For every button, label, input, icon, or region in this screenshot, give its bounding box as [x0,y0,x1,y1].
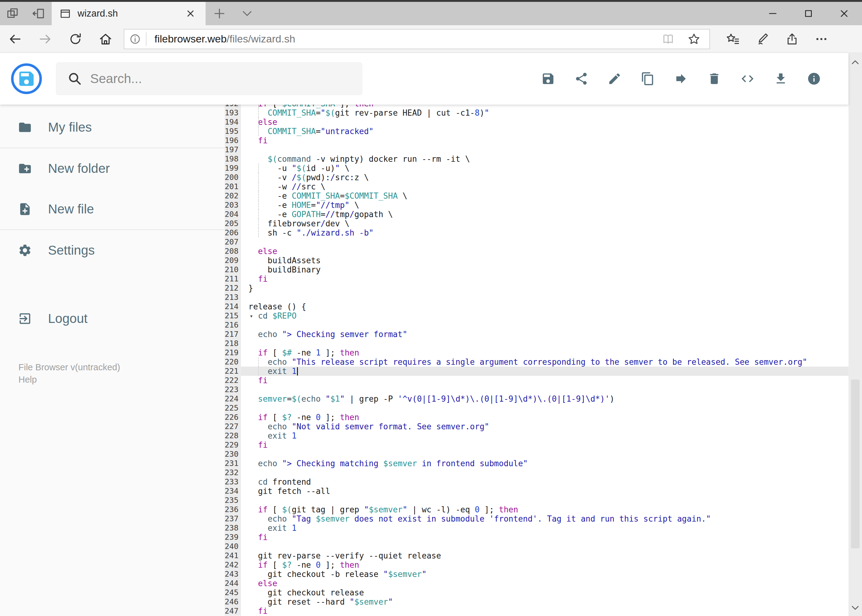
code-line[interactable]: 196 fi [225,136,848,145]
minimize-button[interactable] [755,2,791,25]
code-line[interactable]: 195 COMMIT_SHA="untracked" [225,127,848,136]
share-button[interactable] [565,72,598,86]
tab-dropdown-button[interactable] [233,2,261,25]
code-line[interactable]: 247 fi [225,607,848,616]
refresh-button[interactable] [60,32,90,46]
code-line[interactable]: 231 echo "> Checking matching $semver in… [225,459,848,468]
code-line[interactable]: 242 if [ $? -ne 0 ]; then [225,560,848,570]
code-line[interactable]: 218 [225,339,848,348]
code-line[interactable]: 219 if [ $# -ne 1 ]; then [225,348,848,357]
sidebar-item-new-file[interactable]: New file [0,189,225,229]
code-line[interactable]: 211 fi [225,274,848,284]
sidebar-item-new-folder[interactable]: New folder [0,148,225,189]
code-line[interactable]: 203 -e HOME="//tmp" \ [225,201,848,210]
code-line[interactable]: 240 [225,542,848,551]
help-link[interactable]: Help [19,373,225,386]
annotate-button[interactable] [747,32,777,46]
code-line[interactable]: 200 -v /$(pwd):/src:z \ [225,173,848,182]
code-line[interactable]: 194 else [225,118,848,127]
save-button[interactable] [531,72,565,86]
code-line[interactable]: 221 exit 1 [225,366,848,376]
code-editor[interactable]: 192 if [ $COMMIT_SHA ]; then193 COMMIT_S… [225,105,848,616]
download-button[interactable] [764,72,797,86]
code-button[interactable] [731,72,764,86]
forward-button[interactable] [30,32,60,46]
code-line[interactable]: 201 -w //src \ [225,182,848,191]
browser-tab[interactable]: wizard.sh [52,2,206,25]
tab-preview-button[interactable] [0,2,26,25]
code-line[interactable]: 192 if [ $COMMIT_SHA ]; then [225,105,848,108]
tab-close-button[interactable] [183,6,198,20]
code-line[interactable]: 227 echo "Not valid semver format. See s… [225,422,848,431]
code-line[interactable]: 197 [225,145,848,154]
code-line[interactable]: 212} [225,284,848,293]
more-button[interactable] [807,32,836,46]
code-line[interactable]: 229 fi [225,440,848,449]
code-line[interactable]: 216 [225,321,848,330]
code-line[interactable]: 206 sh -c "./wizard.sh -b" [225,228,848,237]
copy-button[interactable] [631,72,664,86]
favorite-button[interactable] [681,32,707,46]
code-line[interactable]: 215 cd $REPO [225,311,848,321]
scroll-up-icon[interactable] [848,57,862,68]
code-line[interactable]: 243 git checkout -b release "$semver" [225,570,848,579]
sidebar-item-settings[interactable]: Settings [0,229,225,270]
search-input[interactable] [90,71,362,86]
close-window-button[interactable] [826,2,862,25]
code-line[interactable]: 220 echo "This release script requires a… [225,357,848,366]
maximize-button[interactable] [791,2,826,25]
sidebar-item-my-files[interactable]: My files [0,107,225,148]
code-line[interactable]: 207 [225,237,848,247]
info-button[interactable] [797,72,830,86]
filebrowser-logo[interactable] [11,63,42,94]
code-line[interactable]: 208 else [225,247,848,256]
new-tab-button[interactable] [206,2,233,25]
code-line[interactable]: 225 [225,404,848,413]
code-line[interactable]: 245 git checkout release [225,588,848,597]
code-line[interactable]: 234 git fetch --all [225,487,848,496]
scrollbar-thumb[interactable] [851,380,860,548]
edit-button[interactable] [598,72,631,86]
code-line[interactable]: 226 if [ $? -ne 0 ]; then [225,413,848,422]
code-line[interactable]: 214▾release () { [225,302,848,311]
page-scrollbar[interactable] [848,53,862,616]
code-line[interactable]: 236 if [ $(git tag | grep "$semver" | wc… [225,505,848,514]
hub-button[interactable] [718,32,747,46]
code-line[interactable]: 223 [225,385,848,394]
search-box[interactable] [56,63,362,95]
code-line[interactable]: 235 [225,496,848,505]
delete-button[interactable] [698,72,731,86]
move-button[interactable] [664,72,698,86]
code-line[interactable]: 209 buildAssets [225,256,848,265]
code-line[interactable]: 237 echo "Tag $semver does not exist in … [225,514,848,523]
code-line[interactable]: 244 else [225,579,848,588]
code-line[interactable]: 205 filebrowser/dev \ [225,219,848,228]
code-line[interactable]: 233 cd frontend [225,477,848,487]
code-line[interactable]: 210 buildBinary [225,265,848,274]
share-page-button[interactable] [777,32,807,46]
code-line[interactable]: 224 semver=$(echo "$1" | grep -P '^v(0|[… [225,394,848,404]
home-button[interactable] [90,32,121,46]
code-line[interactable]: 246 git reset --hard "$semver" [225,597,848,607]
code-line[interactable]: 232 [225,468,848,477]
address-bar[interactable]: filebrowser.web/files/wizard.sh [124,29,710,49]
code-line[interactable]: 204 -e GOPATH=//tmp/gopath \ [225,210,848,219]
code-line[interactable]: 202 -e COMMIT_SHA=$COMMIT_SHA \ [225,191,848,201]
code-line[interactable]: 239 fi [225,533,848,542]
reading-view-button[interactable] [655,32,681,46]
code-line[interactable]: 241 git rev-parse --verify --quiet relea… [225,551,848,560]
scroll-down-icon[interactable] [848,602,862,613]
code-line[interactable]: 193 COMMIT_SHA="$(git rev-parse HEAD | c… [225,108,848,118]
tabs-set-aside-button[interactable] [26,2,52,25]
site-info-button[interactable] [124,32,147,46]
sidebar-item-logout[interactable]: Logout [0,298,225,339]
code-line[interactable]: 238 exit 1 [225,523,848,533]
code-line[interactable]: 222 fi [225,376,848,385]
code-line[interactable]: 228 exit 1 [225,431,848,440]
code-line[interactable]: 198 $(command -v winpty) docker run --rm… [225,154,848,163]
code-line[interactable]: 217 echo "> Checking semver format" [225,330,848,339]
back-button[interactable] [0,32,30,46]
code-line[interactable]: 213 [225,293,848,302]
code-line[interactable]: 199 -u "$(id -u)" \ [225,163,848,173]
url-text[interactable]: filebrowser.web/files/wizard.sh [147,33,655,45]
